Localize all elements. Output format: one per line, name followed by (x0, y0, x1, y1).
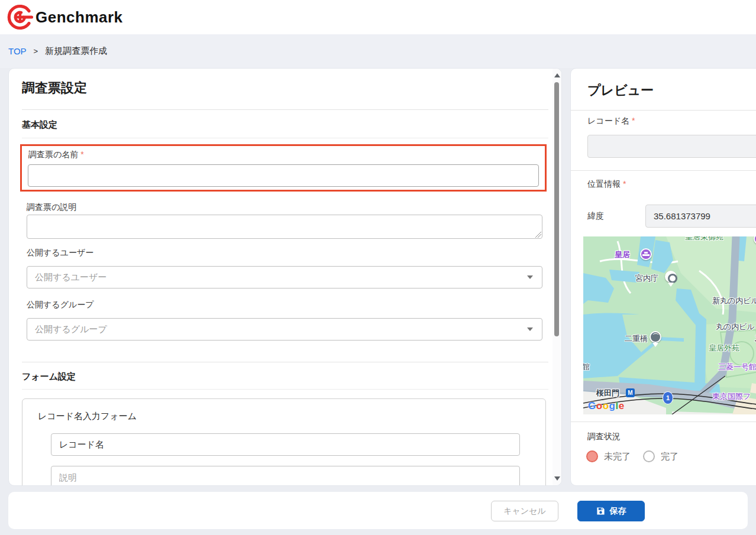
map-label-kunaicho[interactable]: 宮内庁 (635, 273, 658, 284)
divider (571, 421, 756, 422)
publish-groups-placeholder: 公開するグループ (35, 324, 107, 335)
required-mark: * (80, 150, 83, 159)
preview-record-name-input (587, 135, 756, 158)
record-form-title: レコード名入力フォーム (38, 411, 137, 422)
breadcrumb-current: 新規調査票作成 (45, 46, 107, 57)
map-canvas[interactable]: 皇居東御苑 皇居 宮内庁 新丸の内ビル 丸の内ビル 二重橋 二重橋 皇居外苑 三… (583, 236, 756, 414)
scrollbar-thumb[interactable] (554, 82, 559, 336)
latitude-input: 35.681373799 (645, 205, 756, 228)
map-label-higashi-gyoen[interactable]: 皇居東御苑 (685, 236, 723, 242)
publish-groups-label: 公開するグループ (27, 300, 94, 310)
location-label: 位置情報* (587, 179, 626, 190)
brand-logo-icon (7, 4, 33, 30)
radio-unselected-icon[interactable] (643, 450, 655, 462)
panel-scrollbar (553, 69, 561, 485)
scrollbar-up-icon[interactable] (554, 73, 560, 77)
save-icon (596, 507, 605, 515)
survey-description-label: 調査票の説明 (27, 202, 76, 213)
route-shield-icon: 1 (663, 391, 673, 404)
scrollbar-down-icon[interactable] (554, 476, 560, 481)
survey-name-label: 調査票の名前* (28, 150, 84, 160)
map-label-kokyo[interactable]: 皇居 (615, 249, 630, 260)
app-screen: Genchmark TOP > 新規調査票作成 調査票設定 基本設定 調査票の名… (0, 0, 756, 535)
cancel-button[interactable]: キャンセル (491, 501, 558, 521)
survey-name-highlight-box: 調査票の名前* (20, 144, 547, 192)
palace-poi-icon[interactable] (640, 248, 652, 260)
map-label-kokyo-gaien[interactable]: 皇居外苑 (709, 343, 739, 354)
status-option-incomplete[interactable]: 未完了 (586, 450, 631, 462)
app-header: Genchmark (0, 0, 756, 34)
survey-settings-panel: 調査票設定 基本設定 調査票の名前* 調査票の説明 公開するユーザー 公開するユ… (8, 68, 562, 486)
required-mark: * (632, 116, 635, 125)
action-bar: キャンセル 保存 (8, 492, 748, 529)
required-mark: * (623, 179, 626, 189)
preview-panel: プレビュー レコード名* 位置情報* 緯度 35.681373799 (570, 68, 756, 486)
record-name-value-input[interactable] (51, 433, 520, 456)
record-description-input[interactable] (51, 466, 520, 486)
divider (571, 110, 756, 111)
metro-station-icon[interactable]: M (626, 388, 635, 397)
resize-handle-icon[interactable] (535, 232, 542, 238)
basic-section-title: 基本設定 (22, 119, 57, 131)
chevron-down-icon (527, 275, 533, 279)
preview-panel-title: プレビュー (587, 82, 654, 99)
form-section-title: フォーム設定 (22, 371, 76, 382)
breadcrumb: TOP > 新規調査票作成 (8, 34, 107, 68)
publish-users-select[interactable]: 公開するユーザー (27, 266, 542, 288)
publish-users-placeholder: 公開するユーザー (35, 272, 106, 283)
status-complete-label: 完了 (661, 451, 679, 462)
radio-selected-icon[interactable] (586, 450, 598, 462)
latitude-label: 緯度 (587, 211, 604, 222)
map-label-mitsubishi[interactable]: 三菱一号館 (718, 362, 756, 372)
survey-name-input[interactable] (28, 164, 539, 187)
chevron-down-icon (527, 328, 533, 331)
survey-status-label: 調査状況 (587, 432, 621, 442)
breadcrumb-separator: > (34, 47, 38, 56)
map-label-marunouchi[interactable]: 丸の内ビル (716, 322, 755, 332)
kunaicho-poi-icon[interactable] (665, 271, 677, 283)
bridge-poi-icon[interactable] (650, 331, 661, 343)
settings-panel-title: 調査票設定 (22, 79, 87, 97)
google-logo[interactable]: Google (588, 400, 625, 412)
poi-pin-tail (652, 343, 658, 347)
survey-description-textarea[interactable] (27, 215, 542, 239)
breadcrumb-bar: TOP > 新規調査票作成 (0, 34, 756, 68)
map-label-nijubashi[interactable]: 二重橋 (625, 333, 648, 344)
divider (22, 109, 548, 110)
status-option-complete[interactable]: 完了 (643, 450, 679, 462)
map-label-shin-marunouchi[interactable]: 新丸の内ビル (712, 296, 756, 306)
divider (22, 389, 548, 390)
map-label-tokyo-kokusai[interactable]: 東京国際フ (712, 391, 751, 402)
record-name-form-card: レコード名入力フォーム (22, 398, 546, 486)
publish-groups-select[interactable]: 公開するグループ (27, 318, 542, 341)
breadcrumb-home-link[interactable]: TOP (8, 46, 27, 56)
map-label-yakata[interactable]: 館 (583, 362, 590, 372)
divider (22, 138, 548, 138)
brand-name: Genchmark (35, 0, 123, 34)
save-button[interactable]: 保存 (577, 501, 645, 521)
map-label-sakuradamon[interactable]: 桜田門 (596, 388, 619, 398)
divider (571, 170, 756, 171)
status-incomplete-label: 未完了 (604, 451, 631, 462)
preview-record-name-label: レコード名* (587, 116, 635, 127)
poi-pin-tail (668, 283, 674, 287)
publish-users-label: 公開するユーザー (27, 248, 93, 258)
divider (22, 362, 548, 362)
